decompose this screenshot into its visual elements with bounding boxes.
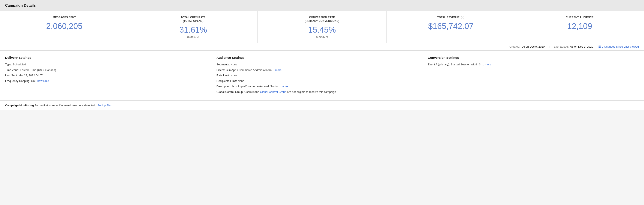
stat-conversion-rate: CONVERSION RATE(PRIMARY CONVERSIONS) 15.… (258, 11, 386, 43)
audience-rate-limit-line: Rate Limit: None (216, 73, 421, 78)
audience-global-line: Global Control Group: Users in the Globa… (216, 90, 421, 94)
stat-open-rate: TOTAL OPEN RATE(TOTAL OPENS) 31.61% (639… (129, 11, 258, 43)
conversion-event-key: Event A (primary): (428, 63, 450, 66)
meta-separator: | (549, 45, 550, 48)
stat-messages-sent-value: 2,060,205 (5, 22, 124, 31)
stat-messages-sent: MESSAGES SENT 2,060,205 (0, 11, 129, 43)
audience-filters-value: Is in App eCommerce Android (Andro… (226, 68, 275, 72)
list-icon: ☰ (598, 45, 601, 48)
audience-recipients-value: None (238, 79, 244, 82)
audience-segments-value: None (230, 63, 237, 66)
stat-current-audience-label: CURRENT AUDIENCE (520, 16, 639, 19)
audience-filters-key: Filters: (216, 68, 225, 72)
audience-segments-key: Segments: (216, 63, 230, 66)
details-section: Delivery Settings Type: Scheduled Time Z… (0, 50, 644, 100)
audience-global-value: Users in the (244, 90, 260, 94)
audience-filters-line: Filters: Is in App eCommerce Android (An… (216, 68, 421, 72)
audience-recipients-key: Recipients Limit: (216, 79, 237, 82)
stat-open-rate-value: 31.61% (134, 26, 252, 34)
monitoring-bar: Campaign Monitoring Be the first to know… (0, 100, 644, 110)
last-edited-value: 06 on Dec 9, 2020 (570, 45, 593, 48)
delivery-timezone-line: Time Zone: Eastern Time (US & Canada) (5, 68, 210, 72)
audience-global-suffix: are not eligible to receive this campaig… (286, 90, 336, 94)
setup-alert-link[interactable]: Set Up Alert (97, 104, 112, 107)
changes-link[interactable]: ☰ 0 Changes Since Last Viewed (598, 45, 639, 48)
conversion-settings-col: Conversion Settings Event A (primary): S… (428, 56, 639, 95)
delivery-last-sent-value: Mar 29, 2022 04:07 (18, 74, 43, 77)
audience-global-key: Global Control Group: (216, 90, 244, 94)
delivery-settings-title: Delivery Settings (5, 56, 210, 60)
audience-segments-line: Segments: None (216, 62, 421, 67)
page-title: Campaign Details (5, 4, 639, 8)
audience-recipients-line: Recipients Limit: None (216, 79, 421, 83)
global-control-group-link[interactable]: Global Control Group (260, 90, 286, 94)
stat-total-revenue-label: TOTAL REVENUE i (392, 16, 510, 19)
stats-bar: MESSAGES SENT 2,060,205 TOTAL OPEN RATE(… (0, 11, 644, 43)
audience-rate-limit-key: Rate Limit: (216, 74, 230, 77)
delivery-type-value: Scheduled (13, 63, 26, 66)
audience-description-value: Is in App eCommerce Android (Andro… (232, 85, 282, 88)
created-value: 06 on Dec 9, 2020 (522, 45, 544, 48)
campaign-header: Campaign Details (0, 0, 644, 11)
stat-open-rate-sub: (639,870) (134, 35, 252, 38)
audience-settings-title: Audience Settings (216, 56, 421, 60)
monitoring-bold-text: Campaign Monitoring (5, 104, 34, 107)
delivery-type-line: Type: Scheduled (5, 62, 210, 67)
stat-total-revenue: TOTAL REVENUE i $165,742.07 (386, 11, 515, 43)
stat-conversion-rate-value: 15.45% (263, 26, 381, 34)
stat-current-audience-value: 12,109 (520, 22, 639, 31)
delivery-timezone-key: Time Zone: (5, 68, 19, 72)
stat-conversion-rate-label: CONVERSION RATE(PRIMARY CONVERSIONS) (263, 16, 381, 23)
audience-description-key: Description: (216, 85, 231, 88)
total-revenue-info-icon[interactable]: i (461, 16, 464, 19)
audience-description-line: Description: Is in App eCommerce Android… (216, 84, 421, 88)
show-rule-link[interactable]: Show Rule (36, 79, 49, 82)
delivery-last-sent-key: Last Sent: (5, 74, 18, 77)
delivery-settings-col: Delivery Settings Type: Scheduled Time Z… (5, 56, 216, 95)
conversion-settings-title: Conversion Settings (428, 56, 632, 60)
monitoring-text: Be the first to know if unusual volume i… (34, 104, 96, 107)
delivery-type-key: Type: (5, 63, 12, 66)
conversion-event-more-link[interactable]: more (485, 63, 491, 66)
delivery-last-sent-line: Last Sent: Mar 29, 2022 04:07 (5, 73, 210, 78)
conversion-event-value: Started Session within 3 … (451, 63, 485, 66)
meta-row: Created: 06 on Dec 9, 2020 | Last Edited… (0, 43, 644, 50)
stat-total-revenue-value: $165,742.07 (392, 22, 510, 31)
created-label: Created: (509, 45, 520, 48)
audience-rate-limit-value: None (230, 74, 237, 77)
audience-settings-col: Audience Settings Segments: None Filters… (216, 56, 428, 95)
audience-description-more-link[interactable]: more (282, 85, 288, 88)
delivery-timezone-value: Eastern Time (US & Canada) (20, 68, 56, 72)
stat-current-audience: CURRENT AUDIENCE 12,109 (515, 11, 644, 43)
delivery-frequency-line: Frequency Capping: On Show Rule (5, 79, 210, 83)
delivery-frequency-key: Frequency Capping: (5, 79, 30, 82)
conversion-event-line: Event A (primary): Started Session withi… (428, 62, 632, 67)
delivery-frequency-value: On (31, 79, 36, 82)
changes-label: 0 Changes Since Last Viewed (602, 45, 639, 48)
stat-conversion-rate-sub: (170,377) (263, 35, 381, 38)
last-edited-label: Last Edited: (554, 45, 569, 48)
stat-open-rate-label: TOTAL OPEN RATE(TOTAL OPENS) (134, 16, 252, 23)
stat-messages-sent-label: MESSAGES SENT (5, 16, 124, 19)
audience-filters-more-link[interactable]: more (275, 68, 282, 72)
